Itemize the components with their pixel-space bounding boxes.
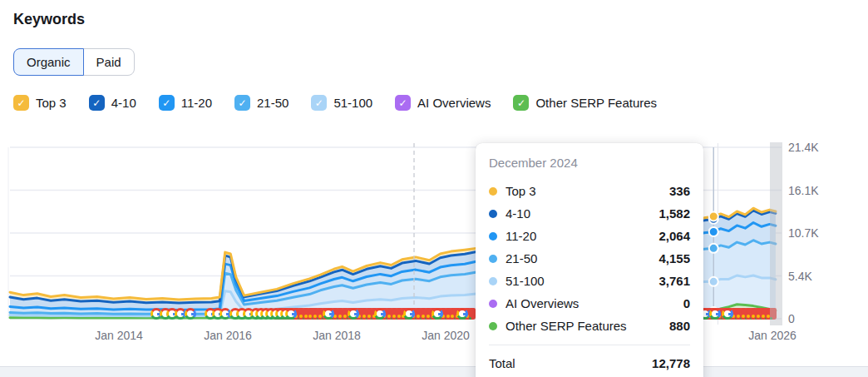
google-update-icon[interactable] [709,308,721,320]
google-update-icon[interactable] [348,308,359,320]
tooltip-row-label: 4-10 [506,206,530,221]
tooltip-rows: Top 33364-101,58211-202,06421-504,15551-… [489,180,690,337]
series-dot-icon [489,210,497,218]
series-dot-icon [489,187,497,196]
tooltip-divider [489,345,690,345]
keywords-trend-chart[interactable] [0,0,868,377]
tooltip-row-label: Top 3 [506,184,536,198]
tooltip-row: 21-504,155 [489,247,690,270]
tooltip-total-row: Total 12,778 [489,352,690,374]
tooltip-row: Other SERP Features880 [489,315,690,337]
series-dot-icon [489,322,497,330]
tooltip-total-value: 12,778 [652,356,690,370]
tooltip-row-value: 336 [669,184,690,198]
future-period-strip [770,142,782,325]
keywords-widget: Keywords Organic Paid ✓Top 3✓4-10✓11-20✓… [0,0,868,377]
y-axis-tick: 21.4K [788,141,819,154]
tooltip-row-label: 51-100 [506,274,545,288]
tooltip-row: 4-101,582 [489,202,690,225]
series-dot-icon [489,255,497,263]
series-dot-icon [489,300,497,308]
y-axis-tick: 16.1K [788,184,819,197]
tooltip-row-label: 21-50 [506,251,537,265]
x-axis-tick: Jan 2020 [408,329,483,342]
google-update-icon[interactable] [722,308,733,320]
google-update-icon[interactable] [185,308,196,320]
tooltip-row-value: 2,064 [658,229,690,243]
x-axis-tick: Jan 2018 [299,329,374,342]
tooltip-row-value: 4,155 [658,251,690,265]
tooltip-row: 11-202,064 [489,225,690,247]
google-update-icon[interactable] [285,308,297,320]
y-axis-tick: 5.4K [788,270,812,283]
x-axis-tick: Jan 2026 [735,329,810,342]
series-dot-icon [489,232,497,241]
bottom-panel-edge [0,366,868,377]
tooltip-row-value: 880 [669,319,690,333]
tooltip-row-value: 1,582 [658,206,690,221]
google-update-icon[interactable] [403,308,415,320]
tooltip-row: Top 3336 [489,180,690,202]
google-update-icon[interactable] [456,308,468,320]
x-axis-tick: Jan 2016 [190,329,265,342]
tooltip-row-value: 0 [683,296,690,310]
tooltip-total-label: Total [489,356,515,370]
chart-tooltip: December 2024 Top 33364-101,58211-202,06… [476,143,703,377]
tooltip-row-label: 11-20 [506,229,536,243]
y-axis-tick: 0 [788,312,795,325]
y-axis-tick: 10.7K [788,226,819,240]
tooltip-row: AI Overviews0 [489,292,690,315]
series-dot-icon [489,277,497,285]
tooltip-row-label: AI Overviews [506,296,579,310]
tooltip-row-value: 3,761 [658,274,690,288]
x-axis-tick: Jan 2014 [81,329,156,342]
tooltip-row: 51-1003,761 [489,270,690,292]
tooltip-row-label: Other SERP Features [506,319,627,333]
tooltip-date: December 2024 [489,156,690,170]
